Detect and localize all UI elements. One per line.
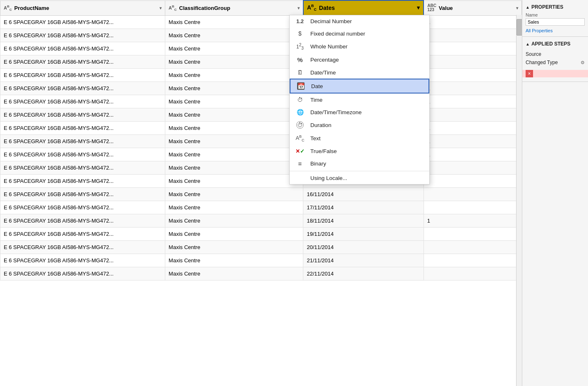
properties-header[interactable]: ▲ PROPERTIES bbox=[522, 2, 588, 12]
menu-item-binary[interactable]: ≡Binary bbox=[290, 157, 429, 170]
applied-steps-header[interactable]: ▲ APPLIED STEPS bbox=[522, 39, 588, 48]
menu-icon-binary: ≡ bbox=[295, 160, 305, 167]
cell-classificationGroup: Maxis Centre bbox=[165, 161, 303, 174]
cell-dates: 21/11/2014 bbox=[303, 254, 424, 267]
menu-item-time[interactable]: ⏱Time bbox=[290, 94, 429, 106]
value-col-label: Value bbox=[439, 5, 453, 11]
cell-dates: 18/11/2014 bbox=[303, 214, 424, 227]
cell-productName: E 6 SPACEGRAY 16GB AI586-MYS-MG472... bbox=[0, 134, 165, 148]
table-row: E 6 SPACEGRAY 16GB AI586-MYS-MG472...Max… bbox=[0, 240, 522, 254]
column-header-value[interactable]: ABC123 Value ▾ bbox=[424, 0, 521, 15]
menu-icon-true-false: ✕✓ bbox=[295, 148, 305, 154]
cell-classificationGroup: Maxis Centre bbox=[165, 134, 303, 148]
menu-item-datetime-timezone[interactable]: 🌐Date/Time/Timezone bbox=[290, 106, 429, 118]
menu-label-decimal-number: Decimal Number bbox=[310, 18, 352, 24]
properties-section: ▲ PROPERTIES Name All Properties bbox=[522, 0, 588, 37]
classification-col-dropdown[interactable]: ▾ bbox=[298, 6, 300, 10]
menu-item-datetime[interactable]: 🗓Date/Time bbox=[290, 66, 429, 79]
cell-classificationGroup: Maxis Centre bbox=[165, 174, 303, 187]
cell-value bbox=[424, 254, 521, 267]
table-row: E 6 SPACEGRAY 16GB AI586-MYS-MG472...Max… bbox=[0, 15, 522, 29]
column-header-product[interactable]: ABC ProductName ▾ bbox=[0, 0, 165, 15]
menu-icon-duration: ⏱ bbox=[295, 121, 305, 129]
column-header-classification[interactable]: ABC ClassificationGroup ▾ bbox=[165, 0, 303, 15]
menu-label-true-false: True/False bbox=[310, 148, 337, 154]
table-row: E 6 SPACEGRAY 16GB AI586-MYS-MG472...Max… bbox=[0, 108, 522, 121]
cell-classificationGroup: Maxis Centre bbox=[165, 15, 303, 29]
menu-label-duration: Duration bbox=[310, 122, 331, 128]
table-row: E 6 SPACEGRAY 16GB AI586-MYS-MG472...Max… bbox=[0, 254, 522, 267]
column-header-dates[interactable]: ABC Dates ▾ bbox=[303, 0, 424, 15]
cell-value bbox=[424, 267, 521, 280]
data-table: ABC ProductName ▾ ABC ClassificationGrou bbox=[0, 0, 522, 281]
cell-classificationGroup: Maxis Centre bbox=[165, 187, 303, 201]
properties-title: PROPERTIES bbox=[531, 4, 563, 10]
menu-label-fixed-decimal: Fixed decimal number bbox=[310, 31, 365, 37]
cell-productName: E 6 SPACEGRAY 16GB AI586-MYS-MG472... bbox=[0, 15, 165, 29]
cell-classificationGroup: Maxis Centre bbox=[165, 29, 303, 42]
cell-productName: E 6 SPACEGRAY 16GB AI586-MYS-MG472... bbox=[0, 121, 165, 134]
table-wrapper: ABC ProductName ▾ ABC ClassificationGrou bbox=[0, 0, 522, 386]
classification-type-icon: ABC bbox=[169, 5, 177, 12]
menu-icon-percentage: % bbox=[295, 56, 305, 63]
step-item-source[interactable]: Source bbox=[522, 50, 588, 58]
applied-steps-section: ▲ APPLIED STEPS SourceChanged Type⚙ × bbox=[522, 37, 588, 82]
cell-classificationGroup: Maxis Centre bbox=[165, 95, 303, 108]
dates-type-icon: ABC bbox=[307, 4, 317, 12]
menu-icon-decimal-number: 1.2 bbox=[295, 18, 305, 24]
cell-value bbox=[424, 68, 521, 82]
cell-value bbox=[424, 187, 521, 201]
right-panel: ▲ PROPERTIES Name All Properties ▲ APPLI… bbox=[522, 0, 588, 386]
value-type-icon: ABC123 bbox=[427, 4, 436, 12]
name-label: Name bbox=[526, 12, 585, 17]
dates-col-dropdown[interactable]: ▾ bbox=[417, 5, 420, 11]
cell-value bbox=[424, 108, 521, 121]
cell-value: 1 bbox=[424, 134, 521, 148]
cell-classificationGroup: Maxis Centre bbox=[165, 121, 303, 134]
table-row: E 6 SPACEGRAY 16GB AI586-MYS-MG472...Max… bbox=[0, 214, 522, 227]
menu-icon-text: ABC bbox=[295, 134, 305, 142]
step-gear-icon[interactable]: ⚙ bbox=[581, 60, 585, 65]
table-row: E 6 SPACEGRAY 16GB AI586-MYS-MG472...Max… bbox=[0, 227, 522, 240]
menu-item-date[interactable]: 📅Date bbox=[290, 79, 429, 94]
name-input[interactable] bbox=[526, 18, 585, 26]
cell-productName: E 6 SPACEGRAY 16GB AI586-MYS-MG472... bbox=[0, 267, 165, 280]
product-col-dropdown[interactable]: ▾ bbox=[159, 6, 162, 10]
cell-value bbox=[424, 55, 521, 68]
step-item-changed-type[interactable]: Changed Type⚙ bbox=[522, 58, 588, 67]
cell-classificationGroup: Maxis Centre bbox=[165, 227, 303, 240]
menu-item-duration[interactable]: ⏱Duration bbox=[290, 118, 429, 132]
scrollbar-thumb[interactable] bbox=[517, 19, 522, 36]
menu-label-binary: Binary bbox=[310, 161, 326, 167]
product-type-icon: ABC bbox=[4, 5, 12, 12]
menu-item-whole-number[interactable]: 123Whole Number bbox=[290, 40, 429, 53]
menu-item-decimal-number[interactable]: 1.2Decimal Number bbox=[290, 15, 429, 27]
value-col-dropdown[interactable]: ▾ bbox=[516, 6, 518, 10]
cell-productName: E 6 SPACEGRAY 16GB AI586-MYS-MG472... bbox=[0, 174, 165, 187]
menu-item-fixed-decimal[interactable]: $Fixed decimal number bbox=[290, 27, 429, 40]
table-row: E 6 SPACEGRAY 16GB AI586-MYS-MG472...Max… bbox=[0, 121, 522, 134]
table-row: E 6 SPACEGRAY 16GB AI586-MYS-MG472...Max… bbox=[0, 82, 522, 95]
vertical-scrollbar[interactable] bbox=[516, 15, 522, 386]
menu-item-percentage[interactable]: %Percentage bbox=[290, 53, 429, 66]
cell-value: 1 bbox=[424, 214, 521, 227]
cell-classificationGroup: Maxis Centre bbox=[165, 201, 303, 214]
menu-icon-whole-number: 123 bbox=[295, 43, 305, 50]
table-row: E 6 SPACEGRAY 16GB AI586-MYS-MG472...Max… bbox=[0, 201, 522, 214]
menu-item-text[interactable]: ABCText bbox=[290, 132, 429, 145]
all-properties-link[interactable]: All Properties bbox=[522, 27, 588, 34]
table-row: E 6 SPACEGRAY 16GB AI586-MYS-MG472...Max… bbox=[0, 29, 522, 42]
cell-value: 1 bbox=[424, 148, 521, 161]
cell-dates: 16/11/2014 bbox=[303, 187, 424, 201]
cell-productName: E 6 SPACEGRAY 16GB AI586-MYS-MG472... bbox=[0, 148, 165, 161]
error-step-row: × bbox=[522, 70, 588, 77]
cell-classificationGroup: Maxis Centre bbox=[165, 42, 303, 55]
table-row: E 6 SPACEGRAY 16GB AI586-MYS-MG472...Max… bbox=[0, 42, 522, 55]
cell-classificationGroup: Maxis Centre bbox=[165, 240, 303, 254]
cell-productName: E 6 SPACEGRAY 16GB AI586-MYS-MG472... bbox=[0, 201, 165, 214]
menu-item-true-false[interactable]: ✕✓True/False bbox=[290, 145, 429, 157]
error-close-button[interactable]: × bbox=[526, 70, 533, 77]
cell-productName: E 6 SPACEGRAY 16GB AI586-MYS-MG472... bbox=[0, 187, 165, 201]
table-row: E 6 SPACEGRAY 16GB AI586-MYS-MG472...Max… bbox=[0, 267, 522, 280]
menu-item-using-locale[interactable]: Using Locale... bbox=[290, 172, 429, 184]
